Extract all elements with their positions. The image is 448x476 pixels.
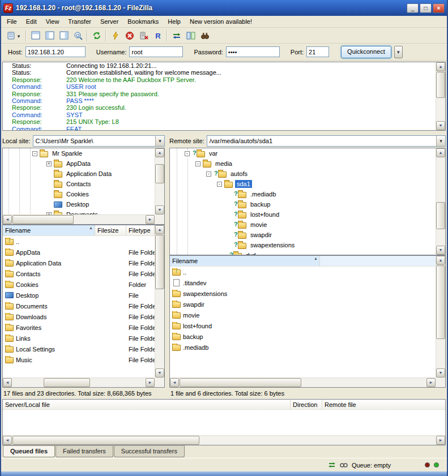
log-vertical-scrollbar[interactable]: [436, 62, 445, 130]
collapse-icon[interactable]: -: [32, 151, 37, 156]
file-row[interactable]: ..: [170, 267, 436, 277]
local-list-vertical-scrollbar[interactable]: [155, 225, 164, 378]
remote-list-vertical-scrollbar[interactable]: [436, 256, 445, 378]
queue-horizontal-scrollbar[interactable]: [3, 435, 445, 445]
tab-failed-transfers[interactable]: Failed transfers: [56, 445, 113, 457]
scroll-up-button[interactable]: [436, 256, 445, 265]
local-site-path[interactable]: C:\Users\Mr Sparkle\: [33, 138, 155, 144]
menu-file[interactable]: File: [2, 16, 22, 27]
column-header-filename[interactable]: Filename: [170, 256, 320, 266]
column-header-filetype[interactable]: Filetype: [126, 225, 155, 235]
file-row[interactable]: ..: [3, 236, 155, 247]
tree-item[interactable]: -media: [170, 158, 436, 169]
synchronized-browsing-button[interactable]: [169, 29, 184, 42]
tree-item[interactable]: Desktop: [3, 199, 155, 209]
tree-item[interactable]: .mediadb: [170, 189, 436, 199]
expand-icon[interactable]: +: [46, 161, 52, 166]
find-files-button[interactable]: [198, 29, 212, 42]
scroll-thumb[interactable]: [155, 235, 164, 289]
reconnect-button[interactable]: R: [151, 29, 165, 42]
scroll-right-button[interactable]: [146, 215, 155, 224]
menu-transfer[interactable]: Transfer: [63, 16, 96, 27]
file-row[interactable]: Application DataFile Folder: [3, 258, 155, 268]
column-header-filename[interactable]: Filename: [3, 225, 95, 235]
site-manager-button[interactable]: [3, 29, 24, 42]
close-button[interactable]: ×: [433, 3, 445, 13]
toggle-local-tree-button[interactable]: [42, 29, 57, 42]
tree-item[interactable]: Cookies: [3, 189, 155, 199]
menu-bookmarks[interactable]: Bookmarks: [123, 16, 163, 27]
file-row[interactable]: swapdir: [170, 299, 436, 310]
scroll-right-button[interactable]: [426, 378, 436, 387]
maximize-button[interactable]: □: [420, 3, 432, 13]
toggle-remote-tree-button[interactable]: [57, 29, 71, 42]
scroll-up-button[interactable]: [436, 148, 445, 157]
scroll-down-button[interactable]: [155, 368, 164, 378]
refresh-button[interactable]: [89, 29, 104, 42]
tree-item[interactable]: Contacts: [3, 179, 155, 189]
remote-list-horizontal-scrollbar[interactable]: [170, 378, 436, 387]
remote-site-path[interactable]: /var/media/autofs/sda1: [207, 138, 436, 144]
local-list-horizontal-scrollbar[interactable]: [3, 378, 155, 387]
local-site-combo[interactable]: C:\Users\Mr Sparkle\: [33, 135, 165, 147]
column-header-filesize[interactable]: Filesize: [95, 225, 126, 235]
file-row[interactable]: lost+found: [170, 320, 436, 331]
quickconnect-dropdown-button[interactable]: [394, 46, 403, 58]
scroll-down-button[interactable]: [436, 246, 445, 255]
toggle-transfer-queue-button[interactable]: Q: [71, 29, 85, 42]
glasses-icon[interactable]: [340, 461, 348, 470]
file-row[interactable]: DocumentsFile Folder: [3, 301, 155, 311]
host-input[interactable]: [25, 46, 86, 57]
scroll-up-button[interactable]: [436, 62, 445, 71]
scroll-thumb[interactable]: [180, 378, 301, 387]
tree-item[interactable]: swapdir: [170, 230, 436, 240]
username-input[interactable]: [129, 46, 183, 57]
tree-item[interactable]: backup: [170, 199, 436, 209]
file-row[interactable]: .mediadb: [170, 342, 436, 353]
remote-site-combo[interactable]: /var/media/autofs/sda1: [207, 135, 446, 147]
remote-tree-vertical-scrollbar[interactable]: [436, 148, 445, 255]
process-queue-button[interactable]: [108, 29, 122, 42]
scroll-left-button[interactable]: [170, 378, 179, 387]
menu-view[interactable]: View: [41, 16, 64, 27]
scroll-down-button[interactable]: [155, 205, 164, 215]
scroll-thumb[interactable]: [12, 436, 199, 445]
file-row[interactable]: swapextensions: [170, 288, 436, 299]
column-header-server-local-file[interactable]: Server/Local file: [3, 400, 291, 409]
tab-successful-transfers[interactable]: Successful transfers: [114, 445, 185, 457]
scroll-left-button[interactable]: [3, 436, 12, 445]
directory-comparison-button[interactable]: [184, 29, 198, 42]
tree-item[interactable]: +AppData: [3, 158, 155, 169]
scroll-left-button[interactable]: [3, 215, 12, 224]
scroll-left-button[interactable]: [3, 378, 12, 387]
file-row[interactable]: backup: [170, 331, 436, 342]
combo-arrow-icon[interactable]: [436, 136, 445, 146]
tree-item[interactable]: -Mr Sparkle: [3, 148, 155, 158]
file-row[interactable]: MusicFile Folder: [3, 354, 155, 365]
port-input[interactable]: [306, 46, 329, 57]
collapse-icon[interactable]: -: [217, 182, 222, 187]
file-row[interactable]: DesktopFile: [3, 290, 155, 301]
collapse-icon[interactable]: -: [195, 161, 200, 166]
tree-item[interactable]: -var: [170, 148, 436, 158]
scroll-thumb[interactable]: [12, 215, 74, 224]
file-row[interactable]: Local SettingsFile Folder: [3, 344, 155, 354]
menu-edit[interactable]: Edit: [22, 16, 41, 27]
tree-item[interactable]: -sda1: [170, 179, 436, 189]
column-header-direction[interactable]: Direction: [291, 400, 322, 409]
file-row[interactable]: CookiesFolder: [3, 279, 155, 290]
local-tree-horizontal-scrollbar[interactable]: [3, 215, 155, 224]
tree-item[interactable]: lost+found: [170, 209, 436, 220]
scroll-thumb[interactable]: [436, 202, 445, 229]
file-row[interactable]: AppDataFile Folder: [3, 247, 155, 258]
file-row[interactable]: .titandev: [170, 277, 436, 288]
title-bar[interactable]: Fz 192.168.1.20 - root@192.168.1.20 - Fi…: [1, 0, 447, 16]
collapse-icon[interactable]: -: [206, 171, 211, 177]
password-input[interactable]: [226, 46, 280, 57]
local-tree-vertical-scrollbar[interactable]: [155, 148, 164, 215]
quickconnect-button[interactable]: Quickconnect: [341, 46, 391, 58]
menu-new-version[interactable]: New version available!: [185, 16, 257, 27]
sync-arrows-icon[interactable]: [328, 461, 336, 470]
scroll-thumb[interactable]: [436, 265, 445, 339]
menu-server[interactable]: Server: [96, 16, 123, 27]
